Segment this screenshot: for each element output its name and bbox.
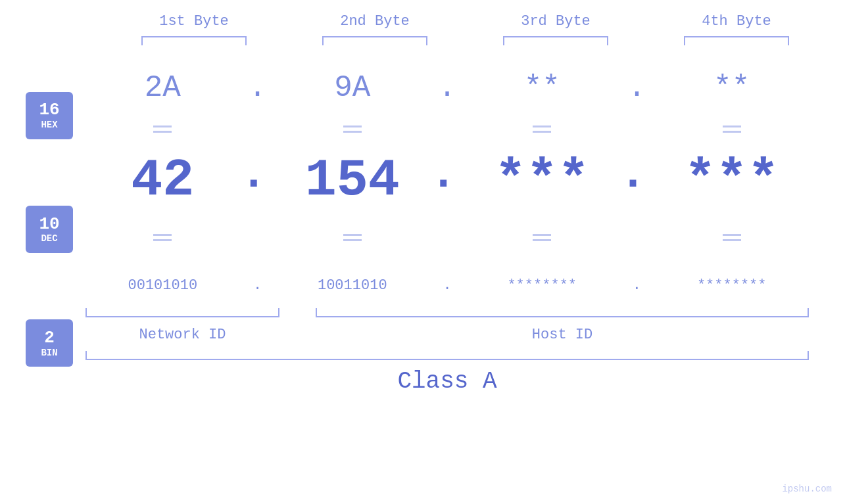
dec-b3-cell: *** [465, 150, 619, 210]
bin-num: 2 [44, 329, 55, 348]
dec-b1-cell: 42 [85, 150, 240, 210]
top-bracket-3 [503, 36, 608, 45]
bracket-cell-3 [483, 36, 628, 45]
bin-sep2: . [429, 277, 465, 294]
dec-b4: *** [685, 150, 779, 210]
bin-dot3: . [633, 277, 641, 294]
hex-dot2: . [438, 71, 456, 105]
equals-6 [343, 234, 362, 241]
equals-row-2 [85, 223, 809, 252]
watermark: ipshu.com [782, 484, 832, 494]
dec-dot1: . [240, 149, 268, 200]
bin-b2: 10011010 [318, 277, 387, 294]
dec-label: DEC [41, 233, 57, 244]
equals-8 [723, 234, 741, 241]
top-bracket-1 [141, 36, 247, 45]
dec-sep3: . [619, 149, 655, 212]
hex-sep2: . [429, 71, 465, 105]
dec-sep1: . [240, 149, 276, 212]
hex-label: HEX [41, 120, 57, 130]
byte3-header: 3rd Byte [483, 13, 628, 30]
bin-b1-cell: 00101010 [85, 277, 240, 294]
host-id-bracket [316, 308, 809, 317]
dec-b3: *** [495, 150, 589, 210]
hex-b4: ** [713, 71, 750, 105]
equals-1 [153, 126, 172, 133]
equals-3 [533, 126, 551, 133]
bin-dot2: . [443, 277, 451, 294]
hex-b2: 9A [334, 71, 370, 105]
byte1-header: 1st Byte [122, 13, 266, 30]
bin-dot1: . [253, 277, 262, 294]
dec-b1: 42 [131, 150, 194, 210]
content-area: 16 HEX 10 DEC 2 BIN 2A . [0, 45, 845, 504]
bin-b3: ******** [507, 277, 577, 294]
top-brackets [104, 36, 827, 45]
hex-badge: 16 HEX [26, 92, 73, 139]
bracket-cell-2 [302, 36, 447, 45]
bin-b1: 00101010 [128, 277, 198, 294]
dec-row: 42 . 154 . *** . *** [85, 144, 809, 216]
equals-7 [533, 234, 551, 241]
hex-b3: ** [524, 71, 560, 105]
dec-num: 10 [39, 215, 59, 234]
hex-b1-cell: 2A [85, 71, 240, 105]
outer-bracket [85, 351, 809, 360]
bin-row: 00101010 . 10011010 . ******** . [85, 265, 809, 305]
bracket-cell-1 [122, 36, 266, 45]
bin-sep3: . [619, 277, 655, 294]
dec-dot3: . [619, 149, 647, 200]
hex-num: 16 [39, 101, 59, 120]
dec-b2: 154 [305, 150, 400, 210]
dec-badge: 10 DEC [26, 206, 73, 253]
dec-b2-cell: 154 [275, 150, 429, 210]
bin-badge: 2 BIN [26, 319, 73, 367]
top-bracket-2 [322, 36, 427, 45]
bin-b2-cell: 10011010 [275, 277, 429, 294]
equals-4 [723, 126, 741, 133]
host-id-label: Host ID [316, 327, 809, 343]
network-id-label: Network ID [85, 327, 279, 343]
dec-dot2: . [429, 149, 457, 200]
hex-sep3: . [619, 71, 655, 105]
top-bracket-4 [684, 36, 789, 45]
dec-sep2: . [429, 149, 465, 212]
base-labels: 16 HEX 10 DEC 2 BIN [0, 52, 85, 400]
hex-b3-cell: ** [465, 71, 619, 105]
hex-b2-cell: 9A [275, 71, 429, 105]
hex-dot3: . [628, 71, 646, 105]
bin-b4: ******** [697, 277, 767, 294]
hex-b4-cell: ** [654, 71, 809, 105]
bottom-bracket-row [85, 308, 809, 321]
equals-row-1 [85, 114, 809, 144]
bin-sep1: . [240, 277, 276, 294]
bin-b4-cell: ******** [654, 277, 809, 294]
bin-label: BIN [41, 348, 57, 358]
network-id-bracket [85, 308, 279, 317]
bin-b3-cell: ******** [465, 277, 619, 294]
class-label: Class A [85, 368, 809, 395]
bracket-cell-4 [664, 36, 809, 45]
hex-row: 2A . 9A . ** . ** [85, 62, 809, 114]
equals-2 [343, 126, 362, 133]
hex-sep1: . [240, 71, 276, 105]
hex-dot1: . [249, 71, 267, 105]
dec-b4-cell: *** [654, 150, 809, 210]
equals-5 [153, 234, 172, 241]
data-grid: 2A . 9A . ** . ** [85, 52, 845, 395]
hex-b1: 2A [145, 71, 181, 105]
byte2-header: 2nd Byte [302, 13, 447, 30]
byte4-header: 4th Byte [664, 13, 809, 30]
id-labels-row: Network ID Host ID [85, 327, 809, 343]
main-container: 1st Byte 2nd Byte 3rd Byte 4th Byte 16 H… [0, 0, 845, 504]
byte-headers: 1st Byte 2nd Byte 3rd Byte 4th Byte [104, 13, 827, 30]
